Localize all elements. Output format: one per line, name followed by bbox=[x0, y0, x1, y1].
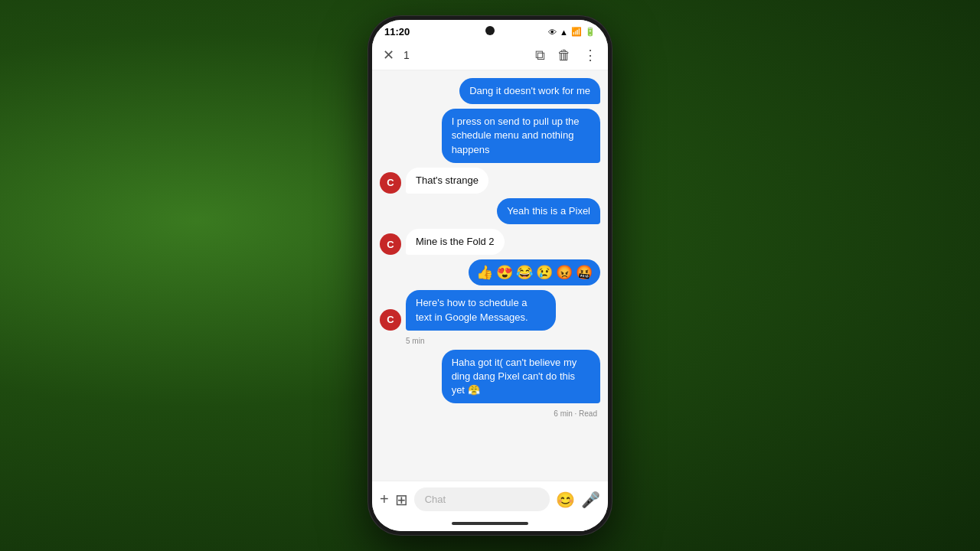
contact-avatar-7: C bbox=[380, 309, 401, 331]
action-bar-left: ✕ 1 bbox=[383, 47, 410, 64]
eye-icon: 👁 bbox=[548, 28, 557, 37]
messages-list: Dang it doesn't work for me I press on s… bbox=[372, 70, 608, 481]
reaction-sad[interactable]: 😢 bbox=[536, 264, 553, 281]
message-4: Yeah this is a Pixel bbox=[497, 198, 600, 224]
chat-input[interactable]: Chat bbox=[414, 487, 550, 511]
reaction-angry[interactable]: 😡 bbox=[556, 264, 573, 281]
delete-button[interactable]: 🗑 bbox=[557, 47, 571, 64]
message-3: That's strange bbox=[406, 168, 488, 194]
contact-avatar-3: C bbox=[380, 172, 401, 194]
message-8: Haha got it( can't believe my ding dang … bbox=[442, 350, 600, 404]
message-5: Mine is the Fold 2 bbox=[406, 229, 505, 255]
status-icons: 👁 ▲ 📶 🔋 bbox=[548, 27, 596, 37]
message-3-container: C That's strange bbox=[380, 168, 600, 194]
signal-icon: 📶 bbox=[571, 27, 582, 37]
input-bar: + ⊞ Chat 😊 🎤 bbox=[372, 481, 608, 517]
selection-count: 1 bbox=[403, 49, 410, 61]
message-2: I press on send to pull up the schedule … bbox=[442, 109, 600, 163]
message-5-container: C Mine is the Fold 2 bbox=[380, 229, 600, 255]
reaction-laugh[interactable]: 😂 bbox=[516, 264, 533, 281]
reaction-thumbs-up[interactable]: 👍 bbox=[476, 264, 493, 281]
action-bar: ✕ 1 ⧉ 🗑 ⋮ bbox=[372, 41, 608, 70]
reaction-heart-eyes[interactable]: 😍 bbox=[496, 264, 513, 281]
message-7: Here's how to schedule a text in Google … bbox=[406, 290, 556, 330]
home-bar bbox=[452, 522, 528, 525]
action-bar-right: ⧉ 🗑 ⋮ bbox=[535, 47, 597, 64]
emoji-button[interactable]: 😊 bbox=[556, 491, 575, 509]
message-1: Dang it doesn't work for me bbox=[459, 78, 600, 104]
status-time: 11:20 bbox=[384, 26, 410, 37]
reaction-bar[interactable]: 👍 😍 😂 😢 😡 🤬 bbox=[469, 259, 600, 285]
voice-button[interactable]: 🎤 bbox=[581, 491, 600, 509]
contact-avatar-5: C bbox=[380, 233, 401, 255]
home-indicator bbox=[372, 517, 608, 531]
more-button[interactable]: ⋮ bbox=[583, 47, 597, 64]
phone-screen: 11:20 👁 ▲ 📶 🔋 ✕ 1 ⧉ 🗑 ⋮ bbox=[372, 20, 608, 531]
phone-frame: 11:20 👁 ▲ 📶 🔋 ✕ 1 ⧉ 🗑 ⋮ bbox=[368, 15, 612, 536]
close-button[interactable]: ✕ bbox=[383, 47, 394, 64]
scene: 11:20 👁 ▲ 📶 🔋 ✕ 1 ⧉ 🗑 ⋮ bbox=[368, 15, 612, 536]
add-button[interactable]: + bbox=[380, 491, 389, 508]
reaction-rage[interactable]: 🤬 bbox=[576, 264, 593, 281]
battery-icon: 🔋 bbox=[585, 27, 596, 37]
chat-input-placeholder: Chat bbox=[425, 494, 446, 505]
copy-button[interactable]: ⧉ bbox=[535, 47, 545, 64]
attach-button[interactable]: ⊞ bbox=[395, 491, 408, 509]
wifi-icon: ▲ bbox=[560, 28, 568, 37]
message-7-container: C Here's how to schedule a text in Googl… bbox=[380, 290, 600, 330]
camera-hole bbox=[485, 26, 495, 35]
message-8-meta: 6 min · Read bbox=[380, 409, 600, 418]
message-7-meta: 5 min bbox=[380, 337, 600, 345]
